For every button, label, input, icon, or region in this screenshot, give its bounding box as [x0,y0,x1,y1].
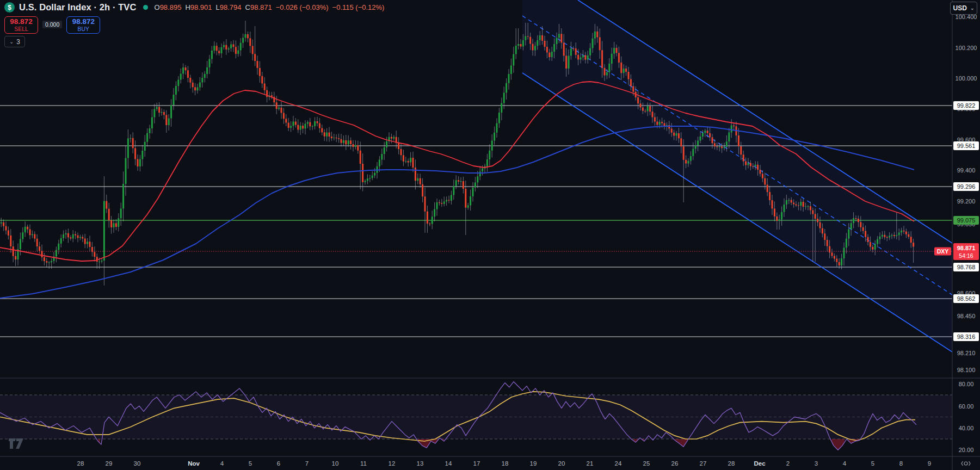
ohlc-close-value: 98.871 [250,3,272,11]
time-axis-label: 30 [134,460,141,467]
ohlc-low-value: 98.794 [220,3,242,11]
price-level-bubble: 99.296 [953,182,979,191]
time-axis-label: 18 [502,460,509,467]
bubble-text: 99.296 [957,183,976,190]
symbol-header: $ U.S. Dollar Index · 2h · TVC O98.895 H… [4,2,384,13]
price-level-bubble: 98.562 [953,294,979,303]
bubble-text: 98.768 [957,264,976,270]
time-axis-label: 12 [389,460,396,467]
price-level-bubble: 98.316 [953,332,979,341]
bubble-text: 98.562 [957,295,976,302]
time-axis-label: 8 [899,460,903,467]
trade-panel: 98.872 SELL 0.000 98.872 BUY [4,16,100,34]
sell-price: 98.872 [10,18,32,26]
chevron-down-icon: ⌄ [9,39,14,45]
time-axis-label: 13 [417,460,424,467]
time-axis-label: 3 [815,460,818,467]
ohlc-open-value: 98.895 [160,3,182,11]
price-level-bubble: 99.822 [953,101,979,110]
buy-label: BUY [77,26,89,32]
bubble-text: 98.316 [957,333,976,340]
time-axis-label: 5 [249,460,252,467]
bubble-text: 99.561 [957,143,976,149]
time-axis-label: Nov [188,460,200,467]
time-axis-label: 2 [786,460,790,467]
time-axis-label: 4 [843,460,847,467]
price-level-bubble: 99.075 [953,216,979,225]
time-axis-label: 25 [643,460,650,467]
ohlc-high-value: 98.901 [190,3,212,11]
rsi-axis-label: 20.00 [959,447,974,453]
rsi-axis-label: 60.00 [959,403,974,410]
symbol-logo-icon: $ [4,2,15,13]
sell-label: SELL [14,26,28,32]
currency-button[interactable]: USD ⌄ [950,2,977,15]
time-axis-label: 4 [220,460,224,467]
price-level-bubble: 98.768 [953,263,979,271]
symbol-tag-text: DXY [937,248,949,255]
chart-canvas[interactable]: 100.400100.200100.00099.80099.60099.4009… [0,0,980,470]
rsi-axis-label: 80.00 [959,381,974,387]
price-axis-label: 98.450 [957,313,976,319]
symbol-title[interactable]: U.S. Dollar Index · 2h · TVC [19,2,137,13]
ohlc-low-label: L [216,3,220,11]
time-axis-label: 28 [728,460,735,467]
tradingview-logo-icon[interactable] [8,438,24,452]
ohlc-high-label: H [185,3,190,11]
time-axis-label: 14 [445,460,452,467]
time-axis-label: 21 [587,460,594,467]
time-axis-label: 6 [277,460,280,467]
chevron-down-icon: ⌄ [970,5,975,11]
time-axis-label: 28 [77,460,84,467]
price-bubble-countdown: 54:16 [959,252,973,259]
price-axis-label: 100.000 [956,75,977,82]
price-level-bubble: 99.561 [953,141,979,150]
ohlc-readout: O98.895 H98.901 L98.794 C98.871 −0.026 (… [155,3,385,11]
time-axis-label: 20 [558,460,565,467]
time-axis-label: 11 [360,460,367,467]
time-axis-label: 29 [106,460,113,467]
price-axis-label: 100.200 [956,45,977,51]
time-axis-label: 27 [700,460,707,467]
time-axis-label: 10 [332,460,339,467]
price-axis-label: 99.400 [957,167,976,174]
time-axis-label: 9 [928,460,931,467]
objects-count: 3 [16,38,20,46]
day-change: −0.115 (−0.12%) [332,3,385,11]
buy-button[interactable]: 98.872 BUY [66,16,100,34]
price-axis-label: 98.210 [957,350,976,356]
buy-price: 98.872 [72,18,95,26]
tradingview-chart-window: 100.400100.200100.00099.80099.60099.4009… [0,0,980,470]
time-axis-label: 5 [871,460,874,467]
time-axis-label: 24 [615,460,622,467]
time-axis-label: 26 [671,460,679,467]
currency-label: USD [953,4,967,12]
sell-button[interactable]: 98.872 SELL [4,16,38,34]
ohlc-close-label: C [245,3,250,11]
spread-value: 0.000 [42,21,62,28]
time-axis-label: Dec [754,460,766,467]
bubble-text: 99.822 [957,102,976,109]
ohlc-open-label: O [155,3,160,11]
rsi-axis-label: 40.00 [959,425,974,431]
time-axis-label: 19 [530,460,537,467]
objects-collapse-button[interactable]: ⌄ 3 [4,36,25,47]
time-axis-label: 17 [473,460,480,467]
time-axis-label: 7 [305,460,309,467]
bar-change: −0.026 (−0.03%) [276,3,329,11]
price-bubble-value: 98.871 [957,245,976,251]
price-axis-label: 99.200 [957,198,976,205]
price-axis-label: 98.100 [957,367,976,373]
bubble-text: 99.075 [957,217,976,224]
market-status-dot-icon[interactable] [143,5,148,10]
